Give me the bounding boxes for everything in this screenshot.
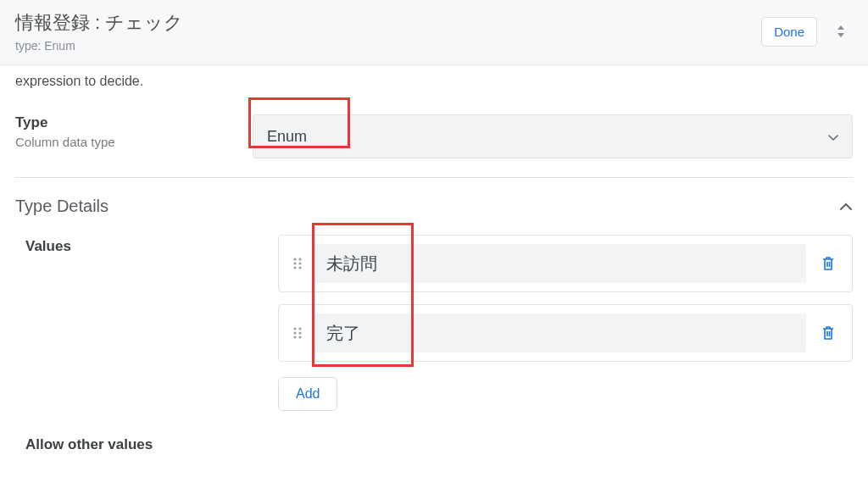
svg-point-1 [298, 258, 301, 260]
add-button[interactable]: Add [278, 377, 337, 411]
drag-handle-icon[interactable] [289, 325, 306, 341]
expression-fragment: expression to decide. [15, 65, 853, 99]
type-label-col: Type Column data type [15, 114, 253, 149]
svg-point-2 [293, 262, 296, 264]
unfold-icon[interactable] [829, 17, 853, 46]
drag-handle-icon[interactable] [289, 256, 306, 271]
svg-point-11 [298, 336, 301, 338]
svg-point-7 [298, 327, 301, 330]
svg-point-4 [293, 266, 296, 269]
type-select[interactable]: Enum [253, 114, 853, 158]
svg-point-3 [298, 262, 301, 264]
value-item [278, 235, 853, 292]
header-right: Done [761, 17, 853, 47]
type-details-title: Type Details [15, 197, 108, 216]
type-details-header[interactable]: Type Details [15, 178, 853, 231]
header-bar: 情報登録 : チェック type: Enum Done [0, 0, 868, 65]
value-input[interactable] [314, 313, 806, 352]
svg-point-9 [298, 331, 301, 334]
values-row: Values Add [15, 231, 853, 411]
svg-point-6 [293, 327, 296, 330]
delete-button[interactable] [815, 255, 842, 272]
content-area: expression to decide. Type Column data t… [0, 65, 868, 453]
values-label: Values [25, 235, 278, 255]
svg-point-8 [293, 331, 296, 334]
values-list: Add [278, 235, 853, 411]
delete-button[interactable] [815, 324, 842, 341]
type-sublabel: Column data type [15, 135, 253, 149]
svg-point-5 [298, 266, 301, 269]
svg-point-10 [293, 336, 296, 338]
value-item [278, 304, 853, 362]
type-field-col: Enum [253, 114, 853, 158]
page-subtype: type: Enum [15, 39, 183, 53]
subtype-value: Enum [44, 39, 75, 53]
type-select-value: Enum [267, 128, 307, 146]
value-input[interactable] [314, 244, 806, 283]
header-left: 情報登録 : チェック type: Enum [15, 10, 183, 53]
type-row: Type Column data type Enum [15, 99, 853, 178]
chevron-down-icon [828, 128, 838, 146]
allow-other-values-label: Allow other values [15, 411, 853, 453]
svg-point-0 [293, 258, 296, 260]
subtype-prefix: type: [15, 39, 44, 53]
chevron-up-icon [839, 199, 853, 214]
type-label: Type [15, 114, 253, 131]
page-title: 情報登録 : チェック [15, 10, 183, 36]
done-button[interactable]: Done [761, 17, 817, 47]
